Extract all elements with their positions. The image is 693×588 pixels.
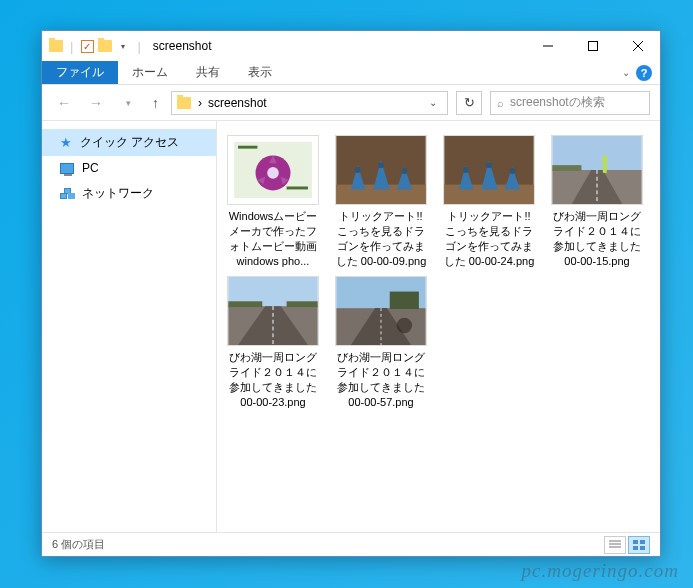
star-icon: ★ (60, 135, 72, 150)
svg-point-37 (397, 318, 413, 334)
view-mode-buttons (604, 536, 650, 554)
tab-home[interactable]: ホーム (118, 61, 182, 84)
address-bar[interactable]: › screenshot ⌄ (171, 91, 448, 115)
content-area: ★ クイック アクセス PC ネットワーク Windowsムービーメーカで作った… (42, 121, 660, 532)
svg-rect-41 (633, 540, 638, 544)
close-button[interactable] (615, 31, 660, 61)
breadcrumb-sep: › (198, 96, 202, 110)
svg-rect-42 (640, 540, 645, 544)
search-icon: ⌕ (497, 97, 504, 109)
minimize-button[interactable] (525, 31, 570, 61)
recent-dropdown[interactable]: ▾ (116, 94, 140, 112)
breadcrumb-path[interactable]: screenshot (208, 96, 267, 110)
search-placeholder: screenshotの検索 (510, 94, 605, 111)
svg-point-18 (486, 162, 492, 168)
svg-rect-44 (640, 546, 645, 550)
watermark: pc.mogeringo.com (522, 560, 679, 582)
svg-point-19 (509, 168, 515, 174)
file-thumbnail (335, 135, 427, 205)
svg-rect-24 (603, 155, 607, 172)
file-name: トリックアート!! こっちを見るドラゴンを作ってみました 00-00-24.pn… (443, 209, 535, 268)
sidebar-label: PC (82, 161, 99, 175)
file-name: びわ湖一周ロングライド２０１４に参加してきました 00-00-57.png (335, 350, 427, 409)
network-icon (60, 188, 74, 199)
file-list: Windowsムービーメーカで作ったフォトムービー動画 windows pho.… (217, 121, 660, 532)
file-item[interactable]: びわ湖一周ロングライド２０１４に参加してきました 00-00-57.png (333, 274, 429, 411)
window-title: screenshot (153, 39, 212, 53)
svg-point-7 (267, 167, 279, 179)
svg-rect-25 (552, 165, 581, 171)
file-thumbnail (227, 135, 319, 205)
file-item[interactable]: Windowsムービーメーカで作ったフォトムービー動画 windows pho.… (225, 133, 321, 270)
file-item[interactable]: トリックアート!! こっちを見るドラゴンを作ってみました 00-00-24.pn… (441, 133, 537, 270)
chevron-down-icon[interactable]: ⌄ (622, 67, 630, 78)
svg-rect-20 (552, 136, 641, 170)
forward-button[interactable]: → (84, 91, 108, 115)
file-thumbnail (551, 135, 643, 205)
tab-share[interactable]: 共有 (182, 61, 234, 84)
separator: | (137, 39, 140, 54)
sidebar-item-network[interactable]: ネットワーク (42, 180, 216, 207)
file-thumbnail (227, 276, 319, 346)
svg-point-12 (355, 167, 361, 173)
file-item[interactable]: びわ湖一周ロングライド２０１４に参加してきました 00-00-15.png (549, 133, 645, 270)
svg-point-14 (401, 168, 407, 174)
file-name: Windowsムービーメーカで作ったフォトムービー動画 windows pho.… (227, 209, 319, 268)
file-thumbnail (335, 276, 427, 346)
ribbon-tabs: ファイル ホーム 共有 表示 ⌄ ? (42, 61, 660, 85)
file-name: トリックアート!! こっちを見るドラゴンを作ってみました 00-00-09.pn… (335, 209, 427, 268)
svg-point-17 (463, 167, 469, 173)
sidebar-label: クイック アクセス (80, 134, 179, 151)
folder-icon-2 (97, 38, 113, 54)
address-dropdown-icon[interactable]: ⌄ (423, 97, 443, 108)
status-bar: 6 個の項目 (42, 532, 660, 556)
search-input[interactable]: ⌕ screenshotの検索 (490, 91, 650, 115)
svg-rect-30 (228, 302, 262, 308)
ribbon-right: ⌄ ? (622, 61, 660, 84)
help-icon[interactable]: ? (636, 65, 652, 81)
item-count: 6 個の項目 (52, 537, 105, 552)
folder-icon (48, 38, 64, 54)
tab-file[interactable]: ファイル (42, 61, 118, 84)
separator: | (70, 39, 73, 54)
refresh-button[interactable]: ↻ (456, 91, 482, 115)
explorer-window: | ✓ ▾ | screenshot ファイル ホーム 共有 表示 ⌄ ? ← … (41, 30, 661, 557)
svg-rect-1 (588, 42, 597, 51)
folder-icon (176, 95, 192, 111)
file-thumbnail (443, 135, 535, 205)
navigation-bar: ← → ▾ ↑ › screenshot ⌄ ↻ ⌕ screenshotの検索 (42, 85, 660, 121)
sidebar-label: ネットワーク (82, 185, 154, 202)
file-name: びわ湖一周ロングライド２０１４に参加してきました 00-00-15.png (551, 209, 643, 268)
dropdown-icon[interactable]: ▾ (115, 38, 131, 54)
tab-view[interactable]: 表示 (234, 61, 286, 84)
back-button[interactable]: ← (52, 91, 76, 115)
up-button[interactable]: ↑ (148, 91, 163, 115)
svg-rect-43 (633, 546, 638, 550)
details-view-button[interactable] (604, 536, 626, 554)
svg-point-13 (378, 162, 384, 168)
svg-rect-8 (238, 146, 257, 149)
window-controls (525, 31, 660, 61)
sidebar-item-quick-access[interactable]: ★ クイック アクセス (42, 129, 216, 156)
file-item[interactable]: トリックアート!! こっちを見るドラゴンを作ってみました 00-00-09.pn… (333, 133, 429, 270)
file-item[interactable]: びわ湖一周ロングライド２０１４に参加してきました 00-00-23.png (225, 274, 321, 411)
svg-rect-31 (287, 302, 318, 308)
file-name: びわ湖一周ロングライド２０１４に参加してきました 00-00-23.png (227, 350, 319, 409)
pc-icon (60, 163, 74, 174)
save-checkbox-icon[interactable]: ✓ (79, 38, 95, 54)
svg-rect-9 (287, 187, 308, 190)
thumbnail-view-button[interactable] (628, 536, 650, 554)
title-bar: | ✓ ▾ | screenshot (42, 31, 660, 61)
sidebar-item-pc[interactable]: PC (42, 156, 216, 180)
navigation-pane: ★ クイック アクセス PC ネットワーク (42, 121, 217, 532)
maximize-button[interactable] (570, 31, 615, 61)
svg-rect-36 (390, 292, 419, 309)
titlebar-left: | ✓ ▾ | screenshot (42, 38, 211, 54)
